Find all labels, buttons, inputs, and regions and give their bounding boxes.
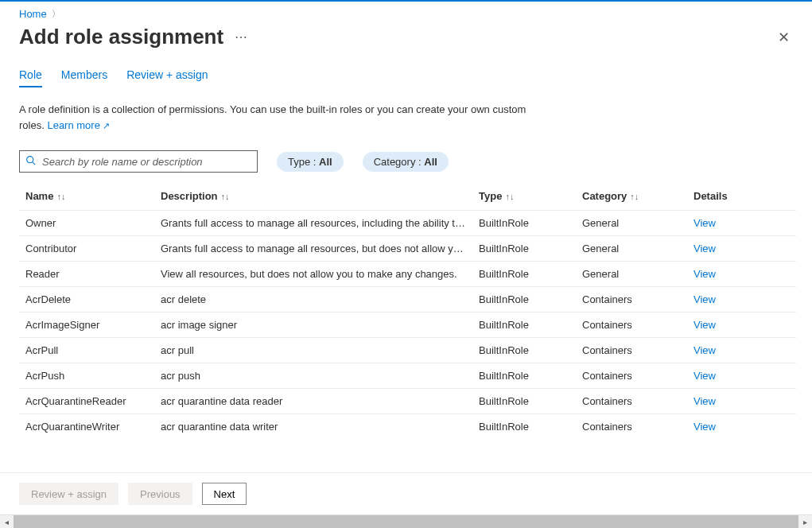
role-type: BuiltInRole — [479, 293, 582, 305]
tab-review-assign[interactable]: Review + assign — [126, 68, 208, 87]
type-filter-label: Type : — [288, 156, 319, 168]
view-link[interactable]: View — [694, 370, 716, 382]
sort-icon: ↑↓ — [221, 192, 230, 201]
table-row[interactable]: AcrQuarantineWriteracr quarantine data w… — [19, 413, 796, 439]
column-name[interactable]: Name↑↓ — [25, 190, 161, 202]
table-row[interactable]: ReaderView all resources, but does not a… — [19, 261, 796, 286]
table-row[interactable]: AcrPullacr pullBuiltInRoleContainersView — [19, 337, 796, 363]
next-button[interactable]: Next — [202, 483, 247, 505]
table-header: Name↑↓ Description↑↓ Type↑↓ Category↑↓ D… — [19, 184, 796, 210]
role-type: BuiltInRole — [479, 243, 582, 254]
role-category: Containers — [582, 319, 694, 331]
role-name: AcrPull — [25, 344, 161, 356]
view-link[interactable]: View — [694, 217, 716, 229]
sort-icon: ↑↓ — [56, 192, 65, 201]
page-title: Add role assignment — [19, 25, 223, 49]
role-name: AcrImageSigner — [25, 319, 161, 331]
role-name: AcrPush — [25, 370, 161, 382]
role-description: acr quarantine data writer — [161, 421, 479, 433]
description-text: A role definition is a collection of per… — [19, 102, 528, 133]
tabs: Role Members Review + assign — [19, 68, 796, 87]
type-filter-value: All — [319, 156, 332, 168]
role-type: BuiltInRole — [479, 268, 582, 280]
table-row[interactable]: ContributorGrants full access to manage … — [19, 235, 796, 261]
view-link[interactable]: View — [694, 268, 716, 280]
view-link[interactable]: View — [694, 395, 716, 407]
role-category: Containers — [582, 293, 694, 305]
table-row[interactable]: AcrDeleteacr deleteBuiltInRoleContainers… — [19, 286, 796, 312]
review-assign-button: Review + assign — [19, 483, 118, 505]
table-row[interactable]: AcrImageSigneracr image signerBuiltInRol… — [19, 312, 796, 337]
svg-line-1 — [33, 162, 35, 165]
role-type: BuiltInRole — [479, 395, 582, 407]
close-icon[interactable]: ✕ — [771, 27, 796, 48]
role-category: General — [582, 268, 694, 280]
role-name: Contributor — [25, 243, 161, 254]
svg-point-0 — [27, 157, 33, 163]
breadcrumb-home[interactable]: Home — [19, 8, 47, 20]
column-description[interactable]: Description↑↓ — [161, 190, 479, 202]
role-name: AcrDelete — [25, 293, 161, 305]
view-link[interactable]: View — [694, 243, 716, 254]
role-type: BuiltInRole — [479, 217, 582, 229]
role-type: BuiltInRole — [479, 421, 582, 433]
role-description: acr pull — [161, 344, 479, 356]
tab-role[interactable]: Role — [19, 68, 42, 87]
previous-button: Previous — [128, 483, 192, 505]
category-filter-pill[interactable]: Category : All — [363, 152, 449, 172]
role-description: acr delete — [161, 293, 479, 305]
search-input[interactable] — [19, 150, 258, 173]
role-type: BuiltInRole — [479, 370, 582, 382]
scroll-left-icon[interactable]: ◂ — [0, 515, 14, 529]
chevron-right-icon: 〉 — [52, 8, 60, 20]
tab-members[interactable]: Members — [61, 68, 107, 87]
role-description: acr quarantine data reader — [161, 395, 479, 407]
role-type: BuiltInRole — [479, 344, 582, 356]
sort-icon: ↑↓ — [505, 192, 514, 201]
role-description: acr image signer — [161, 319, 479, 331]
role-category: Containers — [582, 395, 694, 407]
search-icon — [25, 155, 36, 168]
role-category: General — [582, 243, 694, 254]
table-row[interactable]: AcrPushacr pushBuiltInRoleContainersView — [19, 363, 796, 388]
learn-more-link[interactable]: Learn more — [47, 119, 110, 131]
role-category: Containers — [582, 421, 694, 433]
scroll-right-icon[interactable]: ▸ — [798, 515, 812, 529]
column-type[interactable]: Type↑↓ — [479, 190, 582, 202]
column-category[interactable]: Category↑↓ — [582, 190, 694, 202]
role-name: AcrQuarantineReader — [25, 395, 161, 407]
role-name: Reader — [25, 268, 161, 280]
role-category: Containers — [582, 370, 694, 382]
view-link[interactable]: View — [694, 293, 716, 305]
category-filter-value: All — [424, 156, 437, 168]
role-name: Owner — [25, 217, 161, 229]
role-category: Containers — [582, 344, 694, 356]
breadcrumb: Home 〉 — [19, 8, 796, 20]
role-description: acr push — [161, 370, 479, 382]
roles-table: Name↑↓ Description↑↓ Type↑↓ Category↑↓ D… — [19, 184, 796, 439]
more-icon[interactable]: ⋯ — [235, 29, 248, 45]
footer: Review + assign Previous Next — [0, 472, 812, 514]
table-row[interactable]: AcrQuarantineReaderacr quarantine data r… — [19, 388, 796, 413]
role-description: Grants full access to manage all resourc… — [161, 217, 479, 229]
column-details: Details — [694, 190, 765, 202]
role-description: View all resources, but does not allow y… — [161, 268, 479, 280]
search-box — [19, 150, 258, 173]
type-filter-pill[interactable]: Type : All — [277, 152, 344, 172]
view-link[interactable]: View — [694, 319, 716, 331]
category-filter-label: Category : — [374, 156, 425, 168]
role-description: Grants full access to manage all resourc… — [161, 243, 479, 254]
horizontal-scrollbar[interactable]: ◂ ▸ — [0, 514, 812, 528]
view-link[interactable]: View — [694, 344, 716, 356]
view-link[interactable]: View — [694, 421, 716, 433]
role-category: General — [582, 217, 694, 229]
role-type: BuiltInRole — [479, 319, 582, 331]
table-row[interactable]: OwnerGrants full access to manage all re… — [19, 210, 796, 235]
sort-icon: ↑↓ — [630, 192, 639, 201]
role-name: AcrQuarantineWriter — [25, 421, 161, 433]
